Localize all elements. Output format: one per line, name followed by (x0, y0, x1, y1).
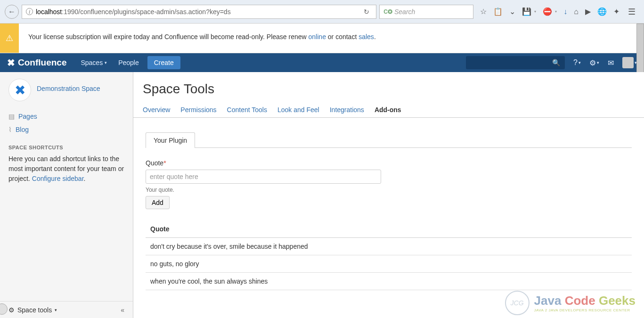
warning-text: Your license subscription will expire to… (19, 24, 385, 50)
url-text: localhost:1990/confluence/plugins/space-… (36, 8, 361, 16)
create-button[interactable]: Create (147, 56, 180, 69)
search-icon: 🔍 (552, 59, 560, 66)
menu-icon[interactable]: ☰ (628, 7, 636, 17)
sidebar-item-blog[interactable]: ⌇ Blog (8, 123, 124, 136)
sidebar-item-pages[interactable]: ▤ Pages (8, 110, 124, 123)
back-button[interactable]: ← (5, 5, 19, 19)
confluence-logo-icon: ✖ (7, 57, 15, 68)
clipboard-icon[interactable]: 📋 (493, 7, 503, 16)
quote-form: Quote* Your quote. Add Quote don't cry b… (146, 148, 632, 290)
subtab-your-plugin[interactable]: Your Plugin (146, 132, 195, 148)
caret-icon[interactable]: ▾ (534, 9, 536, 14)
quote-cell: no guts, no glory (146, 255, 632, 273)
quote-label-row: Quote* (146, 159, 632, 167)
pages-icon: ▤ (8, 113, 15, 120)
add-button[interactable]: Add (146, 196, 170, 209)
renew-online-link[interactable]: online (309, 33, 326, 41)
configure-sidebar-link[interactable]: Configure sidebar (32, 175, 84, 182)
space-tools-label: Space tools (17, 306, 52, 314)
sidebar-item-label: Pages (18, 113, 37, 120)
search-engine-icon: C✪ (383, 8, 392, 15)
quote-cell: don't cry because it's over, smile becau… (146, 238, 632, 255)
contact-sales-link[interactable]: sales (359, 33, 374, 41)
search-placeholder: Search (394, 8, 415, 16)
notifications-icon[interactable]: ✉ (608, 58, 614, 67)
browser-chrome: ← i localhost:1990/confluence/plugins/sp… (0, 0, 644, 24)
addon-content: Your Plugin Quote* Your quote. Add Quote… (133, 118, 644, 304)
help-icon[interactable]: ? ▾ (573, 58, 581, 67)
content-area: Space Tools Overview Permissions Content… (133, 72, 644, 318)
license-warning-banner: ⚠ Your license subscription will expire … (0, 24, 644, 53)
space-avatar: ✖ (8, 79, 31, 101)
space-tools-tabs: Overview Permissions Content Tools Look … (133, 102, 644, 118)
gear-icon: ⚙ (8, 306, 15, 314)
pocket-icon[interactable]: ⌄ (509, 7, 515, 16)
nav-spaces[interactable]: Spaces▾ (75, 53, 113, 72)
page-info-icon[interactable]: i (26, 8, 33, 15)
download-icon[interactable]: ↓ (563, 8, 567, 16)
table-row: no guts, no glory (146, 255, 632, 273)
profile-menu[interactable]: ▾ (622, 57, 637, 68)
plugin-tabs: Your Plugin (146, 132, 632, 148)
blog-icon: ⌇ (8, 126, 12, 133)
browser-search[interactable]: C✪ Search (379, 5, 473, 19)
tab-integrations[interactable]: Integrations (330, 102, 364, 117)
confluence-logo[interactable]: ✖ Confluence (7, 57, 66, 68)
refresh-icon[interactable]: ↻ (361, 8, 372, 16)
tab-addons[interactable]: Add-ons (375, 102, 401, 117)
app-header: ✖ Confluence Spaces▾ People Create 🔍 ? ▾… (0, 53, 644, 72)
nav-people[interactable]: People (113, 53, 145, 72)
space-avatar-icon: ✖ (15, 82, 25, 98)
quote-label: Quote (146, 159, 163, 167)
caret-icon: ▾ (55, 308, 57, 312)
quote-input[interactable] (146, 170, 381, 184)
avatar (622, 57, 634, 68)
page-title-bar: Space Tools (133, 72, 644, 102)
tab-content-tools[interactable]: Content Tools (227, 102, 267, 117)
sidebar-item-label: Blog (16, 126, 29, 133)
sidebar-footer: ⚙ Space tools ▾ « (0, 301, 133, 318)
sidebar: ✖ Demonstration Space ▤ Pages ⌇ Blog SPA… (0, 72, 133, 318)
caret-icon[interactable]: ▾ (555, 9, 557, 14)
url-bar[interactable]: i localhost:1990/confluence/plugins/spac… (22, 5, 376, 19)
confluence-logo-text: Confluence (18, 57, 66, 68)
shortcuts-help: Here you can add shortcut links to the m… (8, 154, 124, 184)
space-tools-button[interactable]: ⚙ Space tools ▾ (8, 306, 57, 314)
tab-look-and-feel[interactable]: Look and Feel (277, 102, 319, 117)
header-search[interactable]: 🔍 (466, 56, 565, 69)
table-row: when you're cool, the sun always shines (146, 273, 632, 290)
warning-icon-box: ⚠ (0, 24, 19, 53)
quote-cell: when you're cool, the sun always shines (146, 273, 632, 290)
table-row: don't cry because it's over, smile becau… (146, 238, 632, 255)
required-asterisk: * (163, 159, 166, 167)
space-name[interactable]: Demonstration Space (37, 85, 100, 92)
youtube-icon[interactable]: ▶ (585, 7, 591, 16)
quote-description: Your quote. (146, 187, 632, 193)
save-icon[interactable]: 💾 (522, 7, 531, 16)
shortcuts-heading: SPACE SHORTCUTS (8, 145, 124, 150)
bookmark-icon[interactable]: ☆ (480, 7, 487, 16)
tab-permissions[interactable]: Permissions (180, 102, 216, 117)
browser-toolbar: ☆ 📋 ⌄ 💾 ▾ ⛔ ▾ ↓ ⌂ ▶ 🌐 ✦ ☰ (476, 7, 639, 17)
globe-icon[interactable]: 🌐 (597, 7, 607, 16)
addon-icon[interactable]: ✦ (613, 7, 620, 16)
space-header[interactable]: ✖ Demonstration Space (8, 79, 124, 101)
main-layout: ✖ Demonstration Space ▤ Pages ⌇ Blog SPA… (0, 72, 644, 318)
quotes-table: Quote don't cry because it's over, smile… (146, 220, 632, 290)
warning-icon: ⚠ (6, 33, 13, 43)
tab-overview[interactable]: Overview (143, 102, 170, 117)
home-icon[interactable]: ⌂ (574, 8, 579, 16)
collapse-sidebar-icon[interactable]: « (121, 306, 124, 314)
settings-icon[interactable]: ⚙ ▾ (589, 58, 599, 67)
block-icon[interactable]: ⛔ (543, 7, 552, 16)
page-title: Space Tools (143, 82, 635, 97)
table-header-quote: Quote (146, 220, 632, 238)
